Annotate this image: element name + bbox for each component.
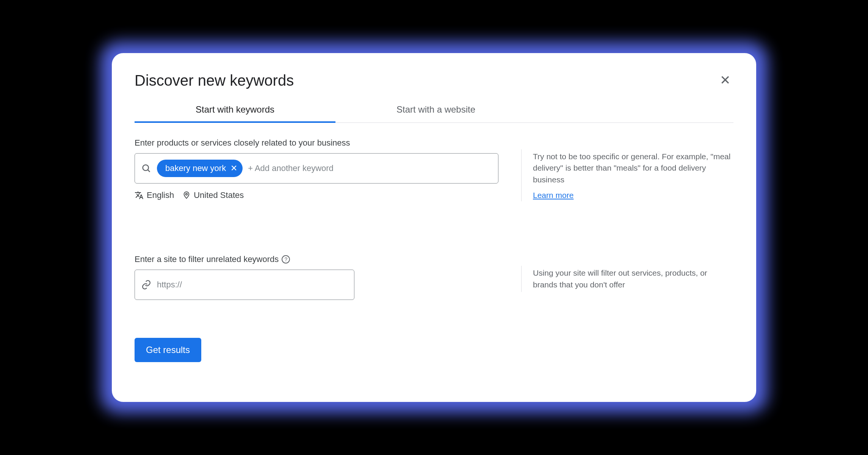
site-left: Enter a site to filter unrelated keyword… <box>135 254 498 300</box>
tab-label: Start with keywords <box>196 104 274 115</box>
close-icon: ✕ <box>720 73 730 87</box>
location-label: United States <box>194 190 244 200</box>
language-label: English <box>147 190 174 200</box>
tabs: Start with keywords Start with a website <box>135 98 733 123</box>
site-tip-panel: Using your site will filter out services… <box>521 266 733 292</box>
remove-chip-button[interactable]: ✕ <box>230 164 237 173</box>
keywords-tip-text: Try not to be too specific or general. F… <box>533 151 733 185</box>
keywords-input-box[interactable]: bakery new york ✕ + Add another keyword <box>135 153 498 184</box>
site-filter-section: Enter a site to filter unrelated keyword… <box>135 254 733 300</box>
translate-icon <box>135 191 144 200</box>
get-results-button[interactable]: Get results <box>135 338 201 362</box>
add-keyword-placeholder[interactable]: + Add another keyword <box>248 163 492 173</box>
close-icon: ✕ <box>230 163 237 173</box>
location-pin-icon <box>182 191 191 199</box>
keyword-chip-label: bakery new york <box>165 163 226 173</box>
language-selector[interactable]: English <box>135 190 174 200</box>
keyword-chip: bakery new york ✕ <box>157 160 243 177</box>
site-tip-text: Using your site will filter out services… <box>533 267 733 290</box>
tab-start-with-website[interactable]: Start with a website <box>335 98 536 122</box>
locale-row: English United States <box>135 190 498 200</box>
keywords-section: Enter products or services closely relat… <box>135 138 733 201</box>
keywords-tip-panel: Try not to be too specific or general. F… <box>521 149 733 201</box>
learn-more-link[interactable]: Learn more <box>533 191 573 200</box>
close-button[interactable]: ✕ <box>717 72 733 88</box>
dialog-title: Discover new keywords <box>135 72 294 89</box>
location-selector[interactable]: United States <box>182 190 244 200</box>
keywords-left: Enter products or services closely relat… <box>135 138 498 201</box>
site-field-label: Enter a site to filter unrelated keyword… <box>135 254 498 264</box>
help-icon[interactable]: ? <box>282 255 290 264</box>
tab-label: Start with a website <box>396 104 475 115</box>
site-field-label-text: Enter a site to filter unrelated keyword… <box>135 254 279 264</box>
keyword-planner-dialog: Discover new keywords ✕ Start with keywo… <box>112 53 756 402</box>
dialog-header: Discover new keywords ✕ <box>135 72 733 98</box>
site-input-box[interactable] <box>135 270 354 300</box>
svg-point-2 <box>186 193 188 195</box>
dialog-glow-frame: Discover new keywords ✕ Start with keywo… <box>104 46 764 410</box>
keywords-field-label: Enter products or services closely relat… <box>135 138 498 148</box>
site-url-input[interactable] <box>157 280 348 290</box>
search-icon <box>141 163 152 174</box>
svg-point-0 <box>143 165 149 171</box>
tab-start-with-keywords[interactable]: Start with keywords <box>135 98 335 122</box>
link-icon <box>141 279 152 290</box>
spacer <box>135 224 733 254</box>
svg-line-1 <box>148 170 150 172</box>
